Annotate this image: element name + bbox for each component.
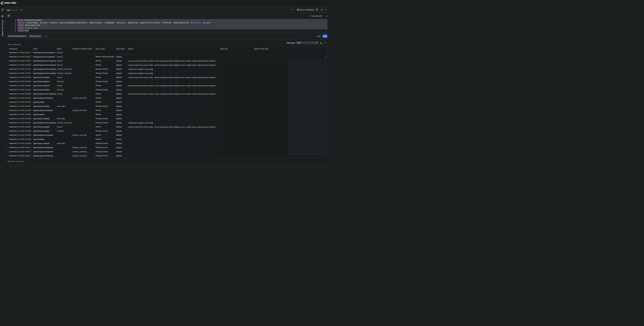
svg-text:?: ?: [316, 9, 317, 10]
